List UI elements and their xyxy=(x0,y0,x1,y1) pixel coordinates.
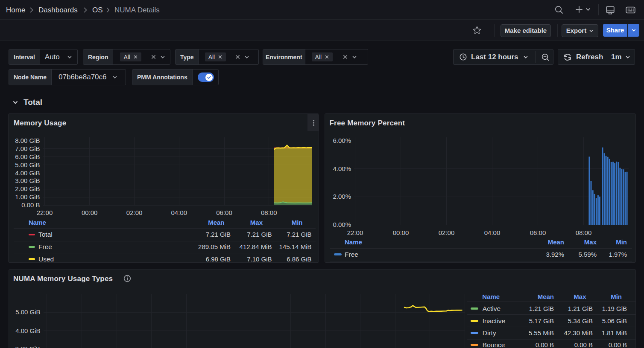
svg-text:08:00: 08:00 xyxy=(575,229,591,236)
svg-text:0.00 B: 0.00 B xyxy=(21,201,40,209)
svg-text:1.00 GiB: 1.00 GiB xyxy=(15,193,40,200)
svg-text:4.00 GiB: 4.00 GiB xyxy=(15,327,40,334)
svg-text:02:00: 02:00 xyxy=(438,229,454,236)
svg-text:04:00: 04:00 xyxy=(484,229,500,236)
svg-text:8.00 GiB: 8.00 GiB xyxy=(15,137,40,144)
svg-text:5.00 GiB: 5.00 GiB xyxy=(15,161,40,168)
svg-text:7.00 GiB: 7.00 GiB xyxy=(15,145,40,152)
svg-text:2.00%: 2.00% xyxy=(333,193,351,200)
svg-text:06:00: 06:00 xyxy=(216,209,232,216)
svg-text:02:00: 02:00 xyxy=(126,209,143,216)
svg-text:22:00: 22:00 xyxy=(347,229,363,236)
svg-text:5.00 GiB: 5.00 GiB xyxy=(15,308,40,316)
svg-text:08:00: 08:00 xyxy=(261,209,277,216)
svg-text:22:00: 22:00 xyxy=(37,209,53,216)
svg-text:6.00%: 6.00% xyxy=(333,137,351,144)
svg-text:6.00 GiB: 6.00 GiB xyxy=(15,153,40,160)
svg-text:04:00: 04:00 xyxy=(171,209,187,216)
svg-text:3.00 GiB: 3.00 GiB xyxy=(15,177,40,184)
svg-text:4.00 GiB: 4.00 GiB xyxy=(15,169,40,177)
svg-text:4.00%: 4.00% xyxy=(333,165,351,172)
svg-text:00:00: 00:00 xyxy=(392,229,409,236)
svg-text:0.00%: 0.00% xyxy=(333,221,351,228)
svg-text:2.00 GiB: 2.00 GiB xyxy=(15,185,40,192)
svg-text:00:00: 00:00 xyxy=(82,209,98,216)
svg-text:06:00: 06:00 xyxy=(530,229,546,236)
